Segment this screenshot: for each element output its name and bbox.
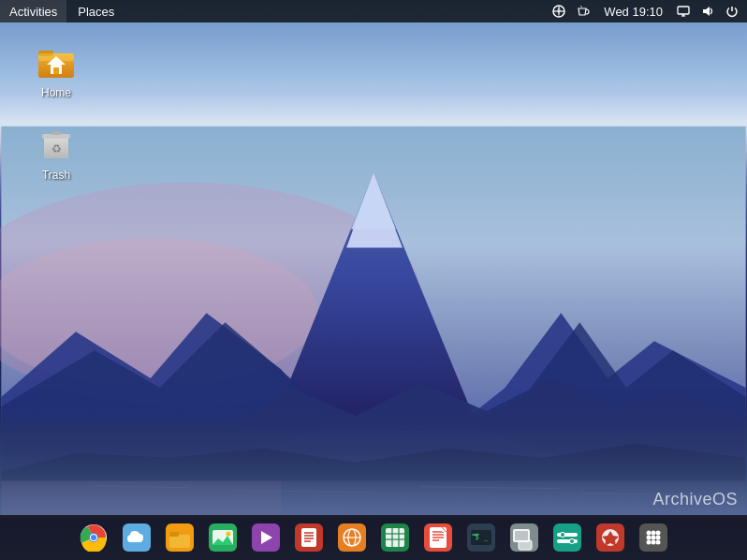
- dock-chrome[interactable]: [74, 518, 113, 557]
- tea-icon[interactable]: [574, 2, 593, 21]
- svg-rect-35: [51, 131, 61, 135]
- svg-point-99: [652, 536, 656, 540]
- svg-point-89: [561, 533, 564, 537]
- power-icon[interactable]: [723, 2, 741, 21]
- network-icon[interactable]: [549, 2, 568, 21]
- volume-icon[interactable]: [698, 2, 717, 21]
- svg-text:♻: ♻: [51, 142, 62, 155]
- svg-point-101: [647, 540, 652, 545]
- svg-rect-82: [519, 540, 532, 550]
- svg-point-90: [570, 539, 574, 543]
- places-menu-button[interactable]: Places: [70, 0, 122, 22]
- svg-rect-84: [553, 523, 581, 552]
- dock-appgrid[interactable]: [634, 518, 673, 557]
- trash-icon-label: Trash: [42, 169, 70, 182]
- home-desktop-icon[interactable]: Home: [19, 34, 94, 103]
- home-icon-label: Home: [41, 86, 71, 99]
- svg-rect-45: [169, 532, 179, 537]
- dock-terminal[interactable]: $ _: [461, 518, 501, 557]
- svg-rect-44: [169, 535, 190, 548]
- dock-vm[interactable]: [505, 518, 544, 557]
- dock-software[interactable]: [591, 518, 630, 557]
- svg-rect-21: [678, 7, 689, 14]
- svg-point-96: [652, 531, 656, 536]
- dock-cloud[interactable]: [117, 518, 156, 557]
- home-icon-image: [34, 37, 79, 82]
- dock-video[interactable]: [246, 518, 286, 557]
- activities-button[interactable]: Activities: [0, 0, 66, 22]
- trash-icon-image: ♻: [34, 120, 79, 165]
- taskbar: $ _: [0, 515, 747, 560]
- dock-photos[interactable]: [203, 518, 242, 557]
- dock-files[interactable]: [160, 518, 199, 557]
- dock-browser[interactable]: [332, 518, 372, 557]
- svg-rect-31: [53, 67, 59, 74]
- svg-rect-83: [515, 531, 528, 540]
- svg-point-100: [656, 536, 661, 540]
- dock-settings[interactable]: [548, 518, 587, 557]
- clock-display[interactable]: Wed 19:10: [598, 5, 668, 19]
- dock-documents[interactable]: [289, 518, 329, 557]
- svg-point-49: [227, 532, 231, 537]
- svg-rect-53: [301, 528, 316, 547]
- dock-calc[interactable]: [375, 518, 415, 557]
- svg-point-97: [656, 531, 661, 536]
- svg-marker-24: [703, 7, 710, 16]
- dock-docviewer[interactable]: [418, 518, 458, 557]
- svg-point-102: [652, 540, 656, 545]
- svg-point-103: [656, 540, 661, 545]
- svg-point-98: [647, 536, 652, 540]
- display-icon[interactable]: [674, 2, 693, 21]
- svg-point-95: [647, 531, 652, 536]
- trash-desktop-icon[interactable]: ♻ Trash: [19, 116, 94, 185]
- archiveos-branding: ArchiveOS: [652, 490, 738, 509]
- svg-rect-63: [386, 528, 404, 547]
- svg-point-40: [91, 535, 96, 540]
